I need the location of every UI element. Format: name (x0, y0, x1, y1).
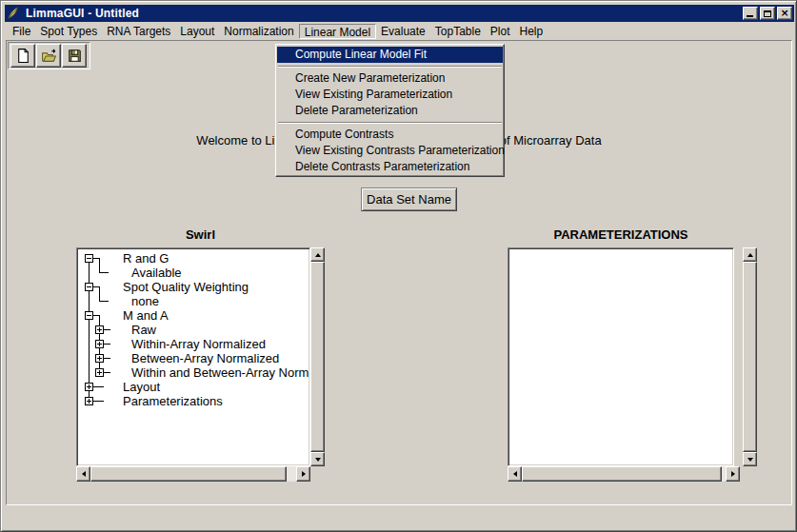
menu-item-view-existing-parameterization[interactable]: View Existing Parameterization (277, 87, 503, 103)
close-icon: × (780, 9, 788, 18)
scroll-up-button[interactable] (310, 247, 325, 262)
menu-linear-model[interactable]: Linear Model (299, 24, 376, 39)
collapse-icon[interactable] (85, 283, 93, 291)
close-button[interactable]: × (777, 7, 792, 20)
scroll-left-button[interactable] (508, 466, 522, 482)
menu-rna-targets[interactable]: RNA Targets (102, 24, 175, 39)
menu-spot-types[interactable]: Spot Types (35, 24, 102, 39)
arrow-left-icon (82, 471, 86, 477)
scroll-down-button[interactable] (310, 452, 325, 466)
tree-connector (93, 315, 100, 316)
menu-bar: File Spot Types RNA Targets Layout Norma… (5, 23, 794, 40)
save-floppy-icon (67, 48, 83, 64)
tk-feather-icon (7, 7, 22, 20)
arrow-right-icon (731, 471, 735, 477)
data-set-name-button[interactable]: Data Set Name (361, 187, 457, 211)
tree-node-label[interactable]: M and A (123, 308, 169, 323)
tree-row: Layout (79, 380, 308, 394)
new-file-button[interactable] (10, 44, 35, 68)
tree-node-label[interactable]: none (131, 294, 159, 308)
scrollbar-thumb[interactable] (310, 262, 325, 452)
maximize-icon (764, 10, 771, 17)
tree-connector (93, 401, 104, 402)
tree-node-label[interactable]: Available (131, 266, 182, 280)
arrow-down-icon (315, 458, 321, 462)
minimize-icon (747, 15, 753, 17)
tree-node-label[interactable]: Layout (123, 380, 160, 394)
menu-layout[interactable]: Layout (175, 24, 219, 39)
scrollbar-thumb[interactable] (90, 466, 287, 482)
tree-node-label[interactable]: R and G (123, 251, 169, 266)
arrow-left-icon (513, 471, 517, 477)
tree-node-label[interactable]: Spot Quality Weighting (123, 280, 249, 294)
tree-node-label[interactable]: Within-Array Normalized (131, 337, 266, 351)
app-window: LimmaGUI - Untitled × File Spot Types RN… (0, 0, 797, 532)
tree-connector (93, 286, 100, 287)
menu-item-compute-contrasts[interactable]: Compute Contrasts (277, 127, 503, 143)
menu-normalization[interactable]: Normalization (219, 24, 298, 39)
tree-connector (104, 344, 110, 345)
scrollbar-thumb[interactable] (522, 466, 722, 482)
parameterizations-listbox[interactable] (508, 247, 734, 466)
menu-plot[interactable]: Plot (486, 24, 515, 39)
arrow-right-icon (302, 471, 306, 477)
expand-icon[interactable] (95, 340, 104, 348)
tree-row: Spot Quality Weighting (79, 280, 308, 294)
arrow-down-icon (747, 458, 753, 462)
menu-evaluate[interactable]: Evaluate (376, 24, 430, 39)
tree-node-label[interactable]: Parameterizations (123, 394, 223, 408)
scroll-down-button[interactable] (743, 452, 757, 466)
scroll-right-button[interactable] (726, 466, 740, 482)
main-content-frame: Compute Linear Model Fit Create New Para… (6, 40, 792, 505)
tree-row: Raw (79, 323, 308, 337)
left-panel-title: Swirl (76, 227, 325, 243)
left-horizontal-scrollbar[interactable] (76, 466, 310, 482)
menu-file[interactable]: File (8, 24, 35, 39)
tree-connector (99, 301, 109, 302)
maximize-button[interactable] (760, 7, 775, 20)
save-file-button[interactable] (62, 44, 87, 68)
tree-node-label[interactable]: Between-Array Normalized (131, 351, 279, 365)
menu-item-view-existing-contrasts-parameterization[interactable]: View Existing Contrasts Parameterization (277, 143, 503, 159)
swirl-tree-listbox[interactable]: R and GAvailableSpot Quality Weightingno… (76, 247, 310, 466)
open-folder-icon (41, 48, 57, 64)
tree-node-label[interactable]: Within and Between-Array Norm (131, 365, 309, 380)
scroll-right-button[interactable] (296, 466, 310, 482)
menu-separator (278, 66, 502, 68)
scroll-up-button[interactable] (743, 247, 757, 262)
expand-icon[interactable] (85, 397, 93, 405)
scroll-left-button[interactable] (76, 466, 90, 482)
title-bar[interactable]: LimmaGUI - Untitled × (5, 5, 794, 22)
right-horizontal-scrollbar[interactable] (508, 466, 740, 482)
open-file-button[interactable] (36, 44, 61, 68)
menu-separator (278, 122, 502, 124)
new-document-icon (15, 48, 31, 64)
right-panel-title: PARAMETERIZATIONS (508, 227, 734, 243)
collapse-icon[interactable] (85, 311, 93, 320)
menu-item-delete-contrasts-parameterization[interactable]: Delete Contrasts Parameterization (277, 159, 503, 175)
right-vertical-scrollbar[interactable] (743, 247, 757, 466)
collapse-icon[interactable] (85, 254, 93, 263)
tree-row: Parameterizations (79, 394, 308, 408)
swirl-tree: R and GAvailableSpot Quality Weightingno… (79, 250, 308, 463)
window-title: LimmaGUI - Untitled (26, 7, 139, 20)
tree-connector (99, 272, 109, 273)
expand-icon[interactable] (95, 325, 104, 334)
menu-toptable[interactable]: TopTable (430, 24, 486, 39)
expand-icon[interactable] (95, 368, 104, 377)
menu-item-compute-linear-model-fit[interactable]: Compute Linear Model Fit (277, 47, 503, 63)
scrollbar-thumb[interactable] (743, 262, 757, 452)
expand-icon[interactable] (95, 354, 104, 363)
minimize-button[interactable] (743, 7, 758, 20)
tree-node-label[interactable]: Raw (131, 323, 156, 337)
tree-row: Within and Between-Array Norm (79, 365, 308, 380)
menu-item-create-new-parameterization[interactable]: Create New Parameterization (277, 70, 503, 87)
left-vertical-scrollbar[interactable] (310, 247, 325, 466)
toolbar (8, 42, 90, 69)
expand-icon[interactable] (85, 383, 93, 391)
menu-help[interactable]: Help (515, 24, 548, 39)
tree-row: none (79, 294, 308, 308)
tree-connector (104, 358, 110, 359)
tree-row: Between-Array Normalized (79, 351, 308, 365)
menu-item-delete-parameterization[interactable]: Delete Parameterization (277, 103, 503, 119)
